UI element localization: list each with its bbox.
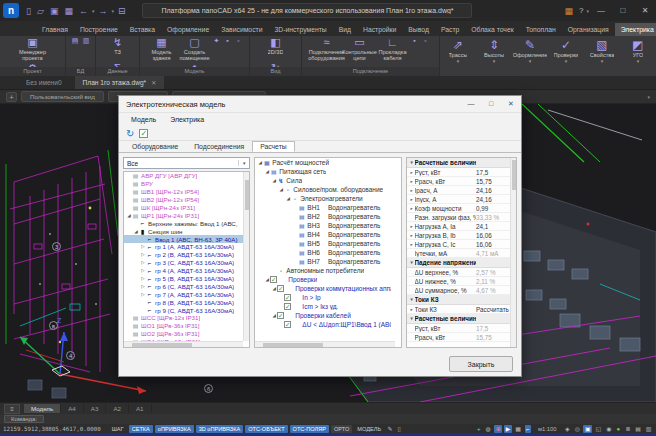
snap-marker-toggle-icon[interactable]: ⊕ [494, 425, 502, 433]
equipment-tree-item[interactable]: ▤ШО2 [ЩРв-36з IP31] [124, 330, 249, 338]
calculation-tree-item[interactable]: ◢✓Проверки коммутационных аппаратов [255, 284, 400, 293]
equipment-tree-item[interactable]: ▤ВРУ [124, 180, 249, 188]
ribbon-tab[interactable]: Зависимости [215, 23, 268, 36]
zoom-icon[interactable]: ◎ [573, 425, 581, 433]
property-row[interactable]: Iутечки, мА4,71 мА [407, 249, 516, 258]
ribbon-tab[interactable]: Вид [333, 23, 357, 36]
ribbon-button[interactable]: ▢Создать помещение [178, 36, 211, 62]
ucs-toggle-icon[interactable]: ⌐ [525, 425, 532, 433]
chevron-down-icon[interactable]: ▾ [493, 59, 496, 64]
horizontal-scrollbar[interactable] [255, 341, 394, 347]
calculation-tree-item[interactable]: ▤ВН5Водонагреватель [255, 239, 400, 248]
property-row[interactable]: ΔU верхнее, %2,57 % [407, 268, 516, 277]
dialog-tab[interactable]: Подсоединения [186, 141, 252, 152]
dialog-tab[interactable]: Оборудование [124, 141, 186, 152]
property-row[interactable]: Разн. загрузки фаз, %33,33 % [407, 213, 516, 222]
layout-tab[interactable]: А3 [84, 404, 107, 413]
refresh-icon[interactable]: ↻ [126, 128, 134, 139]
ribbon-tab[interactable]: Топоплан [520, 23, 562, 36]
checkbox[interactable]: ✓ [284, 294, 291, 301]
ribbon-button[interactable]: ▫ [233, 36, 244, 46]
bulb-icon[interactable]: ◍ [484, 425, 492, 433]
calculation-tree-item[interactable]: ▤ВН4Водонагреватель [255, 230, 400, 239]
layout-tab[interactable]: А1 [129, 404, 152, 413]
property-row[interactable]: ▾Расчетные величины (нормальн [407, 314, 516, 324]
equipment-tree-item[interactable]: ▤ШВ1 [ЩРн-12з IP54] [124, 188, 249, 196]
layout-tab[interactable]: А4 [61, 404, 84, 413]
equipment-tree-item[interactable]: ▤ШО1 [ЩРв-36з IP31] [124, 322, 249, 330]
ribbon-button[interactable]: ▭Контрольные цепи [343, 36, 376, 62]
close-tab-icon[interactable]: ✕ [151, 79, 156, 86]
property-row[interactable]: ▾Расчетные величины [407, 158, 516, 168]
vertical-scrollbar[interactable] [510, 158, 516, 347]
dialog-minimize-button[interactable]: — [461, 96, 481, 112]
property-row[interactable]: ▸Нагрузка А, Iа24,1 [407, 222, 516, 231]
ribbon-tab[interactable]: Растр [435, 23, 465, 36]
menu-item[interactable]: Электрика [164, 115, 210, 124]
calculation-tree-item[interactable]: ◢▪Электронагреватели [255, 194, 400, 203]
ribbon-tab[interactable]: Главная [36, 23, 74, 36]
equipment-tree-item[interactable]: ▷⌐гр 3 (С, АВДТ-63 16А/30мА) [124, 259, 249, 267]
ribbon-tab[interactable]: 3D-инструменты [268, 23, 332, 36]
ribbon-button[interactable]: ▤ [70, 36, 81, 46]
print-icon[interactable]: ⊟ [115, 2, 129, 20]
chevron-down-icon[interactable]: ▾ [637, 59, 640, 64]
ribbon-button[interactable]: ✦ [211, 36, 222, 46]
ribbon-button[interactable]: ≈Подключение оборудования [310, 36, 343, 62]
maximize-button[interactable]: □ [612, 1, 634, 21]
save-all-icon[interactable]: ▦ [61, 2, 76, 20]
close-dialog-button[interactable]: Закрыть [449, 356, 513, 372]
fullscreen-icon[interactable]: ▣ [583, 425, 592, 433]
property-row[interactable]: Руст, кВт17,5 [407, 324, 516, 333]
annotation-icon[interactable]: ✎ [386, 425, 394, 433]
ribbon-button[interactable]: ▪ [222, 36, 233, 46]
equipment-tree-item[interactable]: ◢▤ЩР1 [ЩРн-24з IP31] [124, 211, 249, 219]
calculation-tree-item[interactable]: ◢▤Питающая сеть [255, 167, 400, 176]
property-row[interactable]: ▸Iпуск, А24,16 [407, 195, 516, 204]
equipment-tree-item[interactable]: ▷⌐гр 6 (С, АВДТ-63 16А/30мА) [124, 282, 249, 290]
status-toggle[interactable]: ШАГ [109, 425, 127, 433]
calculation-tree-item[interactable]: ▤ВН6Водонагреватель [255, 248, 400, 257]
command-prompt[interactable]: Команда: [4, 415, 44, 423]
calculation-tree-item[interactable]: ▪Автономные потребители [255, 266, 400, 275]
ribbon-tab[interactable]: Вставка [124, 23, 161, 36]
open-folder-icon[interactable]: ▱ [34, 2, 47, 20]
equipment-tree-item[interactable]: ▷⌐гр 2 (В, АВДТ-63 16А/30мА) [124, 251, 249, 259]
cursor-snap-toggle-icon[interactable]: ▶ [504, 425, 512, 433]
layers-icon[interactable]: ≣ [624, 425, 632, 433]
close-button[interactable]: ✕ [634, 1, 656, 21]
dialog-maximize-button[interactable]: □ [481, 96, 501, 112]
calculation-tree-item[interactable]: ▤ВН7Водонагреватель [255, 257, 400, 266]
calculation-tree-item[interactable]: ▤ВН2Водонагреватель [255, 212, 400, 221]
ribbon-button[interactable]: ▣Менеджер проекта [16, 36, 49, 62]
ribbon-tool-button[interactable]: ◩УГО▾ [620, 36, 656, 76]
ribbon-button[interactable]: ◧2D/3D [259, 36, 292, 62]
ribbon-button[interactable]: ↯ТЗ [101, 36, 134, 62]
menu-item[interactable]: Модель [125, 115, 162, 124]
annotation-scale[interactable]: м1:100 [533, 426, 562, 432]
calculation-tree-item[interactable]: ✓ΔU < ΔUдоп:ЩР1\Ввод 1 (АВС, ВН-63, [255, 320, 400, 329]
pan-icon[interactable]: ◈ [564, 425, 572, 433]
property-row[interactable]: ▾Падение напряжения [407, 258, 516, 268]
ribbon-tab[interactable]: Облака точек [465, 23, 519, 36]
calculation-tree-item[interactable]: ▤ВН1Водонагреватель [255, 203, 400, 212]
ribbon-tool-button[interactable]: ✓Проверки▾ [548, 36, 584, 76]
ribbon-tool-button[interactable]: ▧Свойства▾ [584, 36, 620, 76]
check-settings-icon[interactable]: ✓ [139, 129, 148, 138]
calculation-tree-item[interactable]: ◢↯Сила [255, 176, 400, 185]
equipment-tree-item[interactable]: ▷⌐гр 7 (А, АВДТ-63 16А/30мА) [124, 290, 249, 298]
monitor-icon[interactable]: ▥ [644, 425, 653, 433]
ribbon-button[interactable]: ▥ [81, 36, 92, 46]
equipment-tree-item[interactable]: ⌐Верхние зажимы: Ввод 1 (АВС, [124, 219, 249, 227]
ribbon-tab[interactable]: Построение [74, 23, 124, 36]
table-icon[interactable]: ▦ [561, 6, 578, 16]
ribbon-tab[interactable]: Настройки [357, 23, 402, 36]
equipment-tree-item[interactable]: ▤ШВ2 [ЩРн-12з IP54] [124, 196, 249, 204]
status-toggle[interactable]: СЕТКА [129, 425, 153, 433]
property-row[interactable]: ▸Iрасч, А24,16 [407, 186, 516, 195]
redo-icon[interactable]: → [95, 2, 110, 20]
ribbon-button[interactable]: ▪ [409, 36, 420, 46]
calculation-tree-item[interactable]: ✓In > Ip [255, 293, 400, 302]
calculation-tree-item[interactable]: ◢✓Проверки кабелей [255, 311, 400, 320]
ribbon-tool-button[interactable]: ✎Оформление▾ [512, 36, 548, 76]
